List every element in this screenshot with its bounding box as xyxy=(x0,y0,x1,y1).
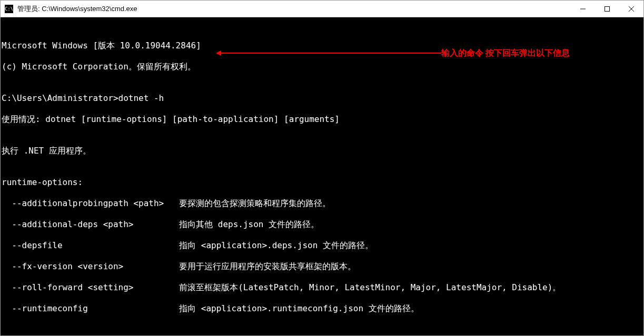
close-button[interactable] xyxy=(619,1,643,17)
terminal-line: 使用情况: dotnet [runtime-options] [path-to-… xyxy=(2,114,642,125)
terminal-line: C:\Users\Administrator>dotnet -h xyxy=(2,93,642,104)
terminal-line: --depsfile 指向 <application>.deps.json 文件… xyxy=(2,240,642,251)
arrow-icon xyxy=(220,53,441,54)
window-controls xyxy=(571,1,643,17)
terminal-line: (c) Microsoft Corporation。保留所有权利。 xyxy=(2,62,642,72)
terminal-line: --additionalprobingpath <path> 要探测的包含探测策… xyxy=(2,198,642,209)
annotation: 输入的命令 按下回车弹出以下信息 xyxy=(220,48,570,58)
minimize-button[interactable] xyxy=(571,1,595,17)
terminal-line: path-to-application: xyxy=(2,335,642,335)
terminal-line: --runtimeconfig 指向 <application>.runtime… xyxy=(2,303,642,314)
svg-rect-1 xyxy=(605,6,610,11)
terminal-line: runtime-options: xyxy=(2,177,642,188)
terminal-line: --fx-version <version> 要用于运行应用程序的安装版共享框架… xyxy=(2,261,642,272)
terminal-line: --roll-forward <setting> 前滚至框架版本(LatestP… xyxy=(2,282,642,293)
titlebar: C:\ 管理员: C:\Windows\system32\cmd.exe xyxy=(1,1,643,17)
window-title: 管理员: C:\Windows\system32\cmd.exe xyxy=(17,4,571,14)
terminal-output[interactable]: 输入的命令 按下回车弹出以下信息 Microsoft Windows [版本 1… xyxy=(1,17,643,335)
maximize-button[interactable] xyxy=(595,1,619,17)
terminal-line: 执行 .NET 应用程序。 xyxy=(2,146,642,156)
cmd-icon: C:\ xyxy=(5,5,13,13)
terminal-line: --additional-deps <path> 指向其他 deps.json … xyxy=(2,219,642,230)
cmd-window: C:\ 管理员: C:\Windows\system32\cmd.exe 输入的… xyxy=(0,0,644,336)
annotation-text: 输入的命令 按下回车弹出以下信息 xyxy=(441,48,570,58)
